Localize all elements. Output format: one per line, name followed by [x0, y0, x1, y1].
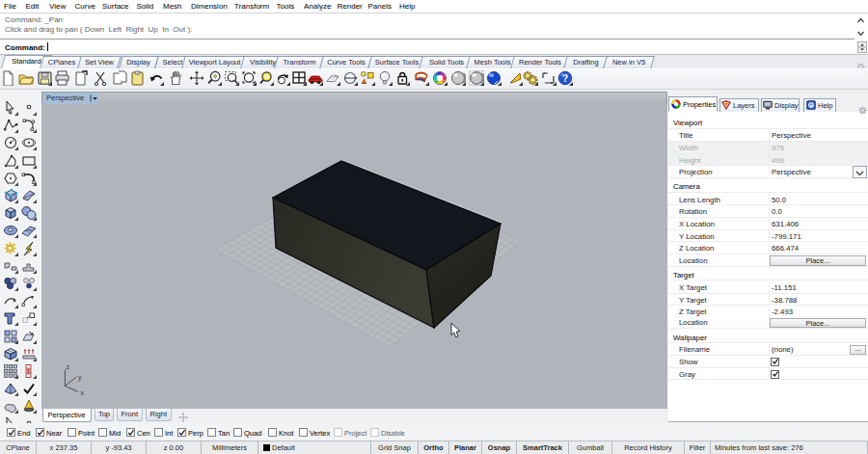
svg-text:x: x [81, 389, 85, 396]
svg-text:y: y [78, 374, 82, 382]
svg-text:z: z [67, 363, 70, 370]
